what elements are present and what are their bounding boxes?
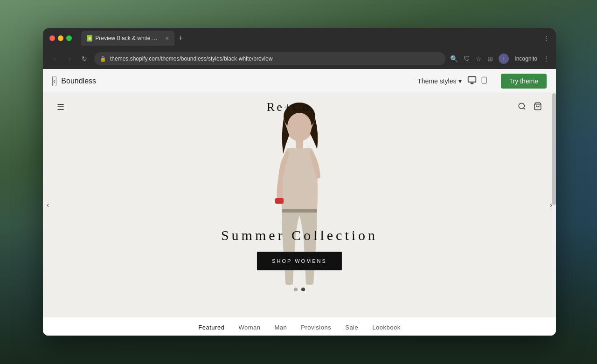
browser-chrome: S Preview Black & white Theme ✕ + ⋮ ‹ › …: [43, 28, 556, 69]
hero-figure: [234, 93, 365, 317]
maximize-button[interactable]: [66, 35, 72, 41]
theme-controls: Theme styles ▾ Try: [417, 74, 547, 89]
more-options-icon[interactable]: ⋮: [543, 55, 549, 62]
nav-item-provisions[interactable]: Provisions: [301, 324, 331, 331]
lock-icon: 🔒: [100, 56, 106, 62]
svg-rect-3: [482, 77, 486, 83]
tab-bar: S Preview Black & white Theme ✕ +: [81, 31, 539, 46]
star-icon[interactable]: ☆: [476, 55, 482, 62]
browser-window: S Preview Black & white Theme ✕ + ⋮ ‹ › …: [43, 28, 556, 336]
store-header: ☰ Re+Co.: [43, 93, 556, 121]
nav-item-man[interactable]: Man: [274, 324, 287, 331]
svg-rect-11: [296, 139, 303, 149]
theme-name: Boundless: [61, 77, 96, 85]
forward-nav-button[interactable]: ›: [64, 55, 75, 62]
tab-favicon: S: [87, 35, 92, 41]
nav-item-lookbook[interactable]: Lookbook: [372, 324, 400, 331]
nav-item-sale[interactable]: Sale: [345, 324, 358, 331]
store-header-icons: [518, 102, 542, 113]
incognito-label: Incognito: [514, 55, 537, 62]
avatar[interactable]: I: [499, 54, 509, 64]
svg-rect-12: [275, 198, 284, 204]
hero-title: Summer Collection: [221, 227, 378, 243]
theme-styles-button[interactable]: Theme styles ▾: [417, 77, 461, 85]
svg-rect-0: [468, 76, 476, 82]
back-button[interactable]: ‹: [52, 76, 56, 86]
close-button[interactable]: [49, 35, 55, 41]
browser-menu-icon[interactable]: ⋮: [543, 34, 549, 42]
search-icon[interactable]: 🔍: [450, 55, 458, 62]
shield-icon[interactable]: 🛡: [464, 55, 470, 62]
nav-item-woman[interactable]: Woman: [238, 324, 260, 331]
store-logo: Re+Co.: [64, 100, 518, 114]
carousel-dot-2[interactable]: [301, 288, 305, 291]
tab-grid-icon[interactable]: ⊞: [487, 55, 493, 62]
theme-styles-label: Theme styles: [417, 77, 456, 85]
store-nav: Featured Woman Man Provisions Sale Lookb…: [43, 317, 556, 336]
theme-preview-bar: ‹ Boundless Theme styles ▾: [43, 69, 556, 93]
carousel-dot-1[interactable]: [294, 288, 298, 291]
mobile-viewport-icon[interactable]: [480, 76, 488, 87]
address-bar[interactable]: 🔒 themes.shopify.com/themes/boundless/st…: [94, 52, 445, 65]
active-tab[interactable]: S Preview Black & white Theme ✕: [81, 31, 174, 46]
viewport-icons: [467, 76, 488, 87]
svg-point-5: [519, 103, 524, 109]
cart-icon[interactable]: [534, 102, 542, 113]
tab-title: Preview Black & white Theme: [95, 35, 160, 41]
browser-titlebar: S Preview Black & white Theme ✕ + ⋮: [43, 28, 556, 48]
shop-womens-button[interactable]: SHOP WOMENS: [257, 252, 342, 270]
hamburger-icon[interactable]: ☰: [57, 102, 64, 112]
store-preview: ☰ Re+Co.: [43, 93, 556, 336]
new-tab-button[interactable]: +: [178, 34, 183, 42]
try-theme-button[interactable]: Try theme: [501, 74, 547, 89]
address-bar-row: ‹ › ↻ 🔒 themes.shopify.com/themes/boundl…: [43, 48, 556, 69]
minimize-button[interactable]: [58, 35, 63, 41]
tab-close-icon[interactable]: ✕: [165, 36, 169, 41]
dropdown-icon: ▾: [458, 77, 462, 85]
carousel-prev-button[interactable]: ‹: [47, 201, 49, 209]
traffic-lights: [49, 35, 72, 41]
browser-actions: 🔍 🛡 ☆ ⊞ I Incognito ⋮: [450, 54, 549, 64]
hero-section: Summer Collection SHOP WOMENS ‹ ›: [43, 93, 556, 317]
search-store-icon[interactable]: [518, 102, 526, 113]
desktop-viewport-icon[interactable]: [467, 76, 477, 87]
svg-rect-13: [282, 209, 317, 213]
hero-content: Summer Collection SHOP WOMENS: [221, 227, 378, 270]
url-text: themes.shopify.com/themes/boundless/styl…: [110, 55, 273, 62]
svg-line-6: [523, 108, 525, 109]
carousel-dots: [294, 288, 305, 291]
scrollbar[interactable]: [552, 93, 556, 317]
back-nav-button[interactable]: ‹: [49, 55, 60, 62]
reload-button[interactable]: ↻: [79, 55, 90, 62]
nav-item-featured[interactable]: Featured: [198, 324, 224, 331]
